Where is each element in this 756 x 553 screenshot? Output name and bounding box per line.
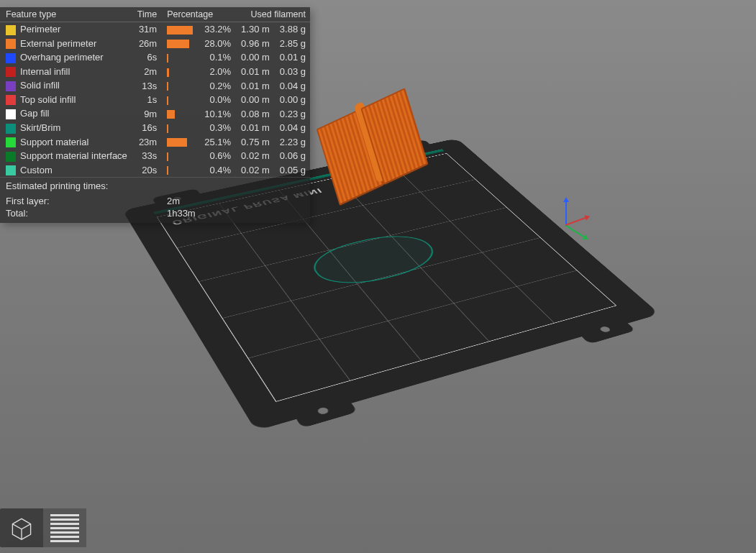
feature-legend-table: Feature type Time Percentage Used filame… — [0, 7, 310, 177]
feature-name: Gap fill — [20, 108, 49, 119]
feature-swatch — [6, 81, 16, 91]
feature-row[interactable]: Support material23m25.1%0.75 m2.23 g — [0, 135, 310, 150]
feature-length: 0.08 m — [235, 106, 274, 121]
view-mode-toolbar — [0, 508, 86, 547]
percentage-bar — [167, 40, 189, 48]
feature-percent: 2.0% — [199, 65, 235, 79]
feature-time: 16s — [132, 121, 161, 135]
feature-row[interactable]: Gap fill9m10.1%0.08 m0.23 g — [0, 106, 310, 121]
feature-weight: 0.00 g — [274, 93, 310, 107]
layer-view-button[interactable] — [43, 508, 86, 547]
percentage-bar — [167, 110, 175, 119]
feature-swatch — [6, 165, 16, 175]
feature-row[interactable]: Solid infill13s0.2%0.01 m0.04 g — [0, 78, 310, 93]
total-value: 1h33m — [167, 208, 304, 219]
feature-percent: 0.3% — [199, 121, 235, 135]
feature-length: 0.01 m — [235, 121, 274, 135]
feature-swatch — [6, 137, 16, 147]
feature-length: 0.02 m — [235, 149, 274, 163]
axis-z — [565, 201, 567, 224]
percentage-bar — [167, 82, 168, 91]
first-layer-label: First layer: — [6, 196, 158, 206]
feature-weight: 0.23 g — [274, 106, 310, 121]
feature-swatch — [6, 109, 16, 119]
feature-row[interactable]: Custom20s0.4%0.02 m0.05 g — [0, 163, 310, 178]
feature-length: 0.01 m — [235, 65, 274, 79]
feature-row[interactable]: Support material interface33s0.6%0.02 m0… — [0, 149, 310, 163]
percentage-bar — [167, 152, 168, 161]
feature-swatch — [6, 25, 16, 35]
feature-time: 6s — [132, 50, 161, 65]
feature-time: 23m — [132, 135, 161, 150]
percentage-bar — [167, 124, 168, 133]
feature-name: Perimeter — [20, 24, 60, 35]
percentage-bar — [167, 138, 187, 147]
feature-name: Top solid infill — [20, 94, 76, 105]
first-layer-value: 2m — [167, 196, 304, 206]
feature-percent: 28.0% — [199, 37, 235, 51]
estimated-times-heading: Estimated printing times: — [0, 177, 310, 194]
feature-row[interactable]: Overhang perimeter6s0.1%0.00 m0.01 g — [0, 50, 310, 65]
feature-row[interactable]: Skirt/Brim16s0.3%0.01 m0.04 g — [0, 121, 310, 135]
feature-length: 0.96 m — [235, 37, 274, 51]
feature-percent: 0.1% — [199, 50, 235, 65]
feature-weight: 0.06 g — [274, 149, 310, 163]
preview-viewport[interactable]: ORIGINAL PRUSA MINI Feature type Time Pe… — [0, 0, 756, 553]
feature-weight: 3.88 g — [274, 22, 310, 37]
percentage-bar — [167, 54, 168, 63]
feature-weight: 2.23 g — [274, 135, 310, 150]
solid-view-button[interactable] — [0, 508, 43, 547]
feature-percent: 0.6% — [199, 149, 235, 163]
feature-name: External perimeter — [20, 38, 96, 49]
col-used-filament: Used filament — [235, 7, 310, 22]
feature-row[interactable]: External perimeter26m28.0%0.96 m2.85 g — [0, 37, 310, 51]
feature-length: 0.01 m — [235, 78, 274, 93]
feature-time: 31m — [132, 22, 161, 37]
feature-weight: 0.04 g — [274, 121, 310, 135]
percentage-bar — [167, 26, 193, 35]
percentage-bar — [167, 68, 169, 77]
feature-name: Support material — [20, 137, 88, 147]
feature-length: 0.00 m — [235, 93, 274, 107]
feature-swatch — [6, 53, 16, 63]
percentage-bar — [167, 96, 168, 105]
feature-row[interactable]: Internal infill2m2.0%0.01 m0.03 g — [0, 65, 310, 79]
feature-length: 1.30 m — [235, 22, 274, 37]
feature-name: Solid infill — [20, 80, 60, 91]
feature-time: 33s — [132, 149, 161, 163]
feature-weight: 0.03 g — [274, 65, 310, 79]
estimated-times: First layer: 2m Total: 1h33m — [0, 194, 310, 223]
feature-time: 9m — [132, 106, 161, 121]
feature-weight: 0.01 g — [274, 50, 310, 65]
feature-swatch — [6, 67, 16, 77]
feature-swatch — [6, 152, 16, 162]
layers-icon — [50, 514, 79, 542]
feature-weight: 0.04 g — [274, 78, 310, 93]
feature-row[interactable]: Top solid infill1s0.0%0.00 m0.00 g — [0, 93, 310, 107]
feature-swatch — [6, 124, 16, 134]
feature-percent: 0.2% — [199, 78, 235, 93]
feature-name: Skirt/Brim — [20, 122, 60, 133]
feature-name: Support material interface — [20, 150, 127, 161]
feature-legend-panel: Feature type Time Percentage Used filame… — [0, 7, 310, 223]
col-time: Time — [132, 7, 161, 22]
feature-length: 0.00 m — [235, 50, 274, 65]
feature-swatch — [6, 39, 16, 49]
feature-time: 13s — [132, 78, 161, 93]
feature-percent: 10.1% — [199, 106, 235, 121]
feature-name: Overhang perimeter — [20, 52, 104, 63]
feature-length: 0.02 m — [235, 163, 274, 178]
col-percentage: Percentage — [161, 7, 235, 22]
feature-time: 1s — [132, 93, 161, 107]
feature-length: 0.75 m — [235, 135, 274, 150]
feature-swatch — [6, 95, 16, 105]
feature-row[interactable]: Perimeter31m33.2%1.30 m3.88 g — [0, 22, 310, 37]
feature-time: 26m — [132, 37, 161, 51]
percentage-bar — [167, 166, 168, 175]
col-feature-type: Feature type — [0, 7, 132, 22]
feature-time: 20s — [132, 163, 161, 178]
feature-name: Internal infill — [20, 66, 70, 77]
cube-icon — [9, 515, 35, 541]
feature-weight: 0.05 g — [274, 163, 310, 178]
feature-name: Custom — [20, 165, 53, 175]
